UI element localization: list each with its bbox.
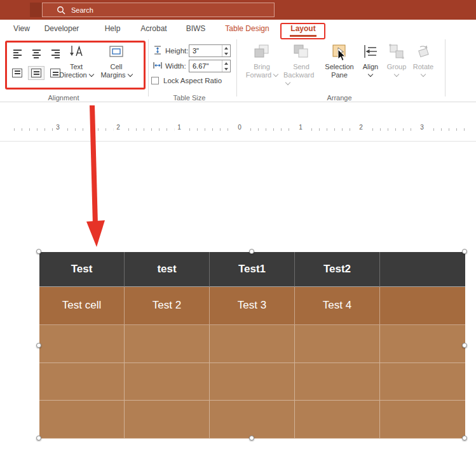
ruler-mark: 1 [174,124,184,131]
rotate-objects-button[interactable]: Rotate [409,42,437,76]
table-cell[interactable] [295,363,380,401]
table-header-cell[interactable] [380,252,465,287]
slide-table: Test test Test1 Test2 Test cell Test 2 T… [39,252,465,439]
table-cell[interactable] [125,401,210,439]
search-input[interactable]: Search [42,3,275,17]
width-icon [153,60,163,70]
table-cell[interactable] [39,401,125,439]
table-resize-handle-middle-left[interactable] [36,343,41,348]
cell-margins-label-2: Margins [100,71,132,79]
bring-forward-label-1: Bring [254,63,270,71]
send-backward-label-2: Backward [283,71,319,88]
ruler-mark: 1 [296,124,306,131]
selection-pane-button[interactable]: Selection Pane [322,42,357,79]
table-cell[interactable] [380,287,465,325]
table-cell[interactable] [295,325,380,363]
chevron-down-icon [368,72,373,77]
rotate-objects-icon [415,43,432,60]
table-cell[interactable] [210,363,295,401]
table-resize-handle-bottom-right[interactable] [462,436,467,441]
table-header-cell[interactable]: Test1 [210,252,295,287]
tab-layout[interactable]: Layout [286,20,320,37]
horizontal-ruler: 3 2 1 0 1 2 3 [0,122,476,136]
powerpoint-window: Search View Developer Help Acrobat BIWS … [0,0,476,459]
height-spinbox[interactable] [189,44,231,57]
text-direction-button[interactable]: Text Direction [58,42,94,79]
lock-aspect-ratio-checkbox[interactable] [151,77,159,84]
table-resize-handle-top-left[interactable] [36,249,41,254]
selection-pane-label-2: Pane [331,71,348,79]
spin-down-icon [224,68,228,70]
selection-pane-label-1: Selection [325,63,353,71]
group-objects-label: Group [387,63,407,71]
cell-margins-button[interactable]: Cell Margins [97,42,136,79]
table-cell[interactable] [380,401,465,439]
align-center-icon [32,50,41,58]
align-objects-button[interactable]: Align [358,42,383,76]
group-separator [236,39,237,96]
height-spin-up-button[interactable] [222,45,230,51]
chevron-down-icon [273,72,278,77]
table-cell[interactable] [295,401,380,439]
table-resize-handle-middle-right[interactable] [462,343,467,348]
width-spin-up-button[interactable] [222,60,230,66]
tab-biws[interactable]: BIWS [182,20,210,37]
table-cell[interactable] [125,325,210,363]
search-icon [57,6,65,15]
table-cell[interactable]: Test cell [39,287,125,325]
width-input[interactable] [189,60,221,72]
height-icon [153,45,163,55]
send-backward-button[interactable]: Send Backward [283,42,319,88]
chevron-down-icon [88,72,93,77]
height-spin-down-button[interactable] [222,51,230,57]
tab-help[interactable]: Help [100,20,125,37]
table-cell[interactable] [125,363,210,401]
table-cell[interactable] [380,325,465,363]
spin-up-icon [224,62,228,65]
table-header-cell[interactable]: Test2 [295,252,380,287]
tab-view[interactable]: View [9,20,34,37]
table-cell[interactable]: Test 4 [295,287,380,325]
table-resize-handle-bottom-left[interactable] [36,436,41,441]
table-cell[interactable]: Test 3 [210,287,295,325]
align-objects-icon [362,43,379,60]
group-objects-icon [388,43,405,60]
tab-developer[interactable]: Developer [42,20,81,37]
table-cell[interactable]: Test 2 [125,287,210,325]
height-label: Height: [165,47,188,55]
table-header-cell[interactable]: test [125,252,210,287]
lock-aspect-ratio-label: Lock Aspect Ratio [163,77,222,84]
chevron-down-icon [421,72,426,77]
table-cell[interactable] [380,363,465,401]
table-resize-handle-bottom-center[interactable] [249,436,254,441]
send-backward-label-1: Send [293,63,309,71]
height-input[interactable] [189,45,221,57]
spin-down-icon [224,53,228,55]
selection-pane-icon [330,43,348,60]
width-spinbox[interactable] [189,60,231,72]
width-spin-down-button[interactable] [222,66,230,72]
ribbon: Text Direction Cell Margins Alignment He… [0,37,476,102]
table-resize-handle-top-center[interactable] [249,249,254,254]
slide-top-edge [0,141,476,142]
titlebar-left-accent [30,3,42,17]
table-cell[interactable] [210,401,295,439]
table-cell[interactable] [39,325,125,363]
align-top-button[interactable] [9,66,25,80]
align-objects-label: Align [363,63,378,71]
ruler-mark: 2 [356,124,366,131]
center-vertically-button[interactable] [28,66,44,80]
table-header-cell[interactable]: Test [39,252,125,287]
tab-table-design[interactable]: Table Design [220,20,275,37]
bring-forward-button[interactable]: Bring Forward [245,42,278,79]
rotate-objects-label: Rotate [413,63,433,71]
table-cell[interactable] [39,363,125,401]
group-objects-button[interactable]: Group [384,42,409,76]
table-resize-handle-top-right[interactable] [462,249,467,254]
tab-acrobat[interactable]: Acrobat [135,20,173,37]
align-text-left-button[interactable] [9,47,25,61]
align-text-center-button[interactable] [28,47,44,61]
spin-up-icon [224,47,228,50]
table-cell[interactable] [210,325,295,363]
align-left-icon [13,50,22,58]
